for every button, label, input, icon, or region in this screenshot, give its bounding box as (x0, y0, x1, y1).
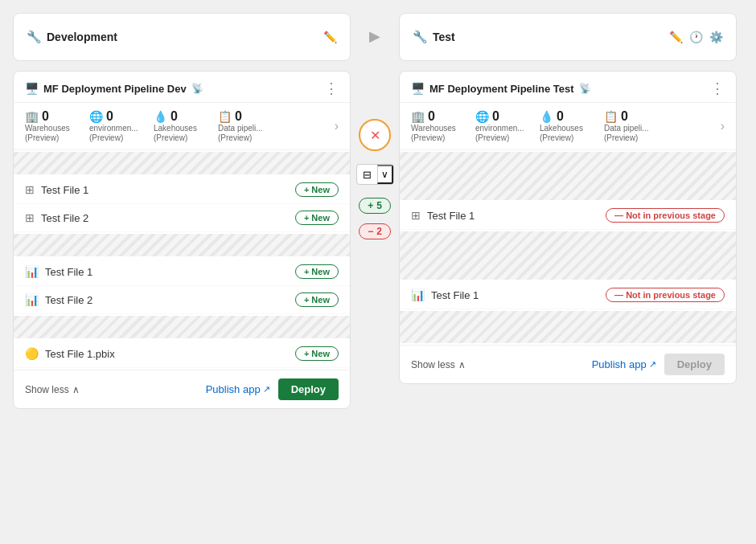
dev-pbix-row: 🟡 Test File 1.pbix + New (14, 340, 350, 368)
dev-deploy-button[interactable]: Deploy (278, 378, 339, 400)
test-file-1-badge: — Not in previous stage (606, 208, 725, 223)
dev-file-row-1: ⊞ Test File 1 + New (14, 176, 350, 204)
dev-stats-row: 🏢 0 Warehouses(Preview) 🌐 0 environmen..… (14, 103, 350, 150)
view-toggle: ⊟ ∨ (356, 164, 394, 185)
test-pipeline-panel: 🖥️ MF Deployment Pipeline Test 📡 ⋮ 🏢 0 W… (399, 71, 737, 384)
dev-report-1-badge: + New (295, 264, 339, 279)
test-panel-menu-icon[interactable]: ⋮ (710, 81, 725, 96)
dev-show-less[interactable]: Show less ∧ (25, 384, 80, 395)
dev-file-1-badge: + New (295, 182, 339, 197)
dev-file-2-info: ⊞ Test File 2 (25, 211, 88, 224)
dev-pbix-name: Test File 1.pbix (45, 348, 115, 360)
test-section-divider-3 (400, 311, 736, 343)
test-file-1-name: Test File 1 (427, 210, 475, 222)
arrow-dev-to-test: ▶ (351, 13, 399, 45)
dev-report-1-info: 📊 Test File 1 (25, 265, 92, 278)
test-show-less-label: Show less (411, 359, 455, 370)
test-stat-lakehouse: 💧 0 Lakehouses(Preview) (540, 109, 604, 143)
test-env-icon: 🌐 (475, 110, 489, 123)
dev-panel-network-icon: 📡 (191, 83, 203, 94)
test-panel-title: MF Deployment Pipeline Test (429, 83, 574, 95)
env-icon: 🌐 (89, 110, 103, 123)
dev-panel-header: 🖥️ MF Deployment Pipeline Dev 📡 ⋮ (14, 72, 350, 103)
test-publish-link[interactable]: Publish app ↗ (592, 358, 656, 370)
test-stats-arrow[interactable]: › (721, 119, 725, 133)
test-env-card: 🔧 Test ✏️ 🕐 ⚙️ (399, 13, 737, 61)
plus-icon: + (368, 200, 373, 211)
test-stat-warehouses-label: Warehouses(Preview) (411, 124, 456, 143)
test-footer-actions: Publish app ↗ Deploy (592, 354, 725, 375)
test-history-icon[interactable]: 🕐 (689, 31, 703, 43)
dev-stat-pipeline-label: Data pipeli...(Preview) (218, 124, 263, 143)
sync-circle-icon[interactable]: ✕ (359, 119, 391, 151)
view-chevron-btn[interactable]: ∨ (377, 165, 393, 184)
dev-panel-icon: 🖥️ (25, 82, 39, 95)
test-warehouse-icon: 🏢 (411, 110, 425, 123)
test-show-less[interactable]: Show less ∧ (411, 359, 466, 370)
test-panel-icon: 🖥️ (411, 82, 425, 95)
test-stat-env-count: 0 (492, 109, 499, 124)
test-report-icon-1: 📊 (411, 288, 425, 301)
test-env-label: Test (433, 31, 455, 43)
dev-stat-warehouses-count: 0 (42, 109, 49, 124)
test-pipeline-icon: 📋 (604, 110, 618, 123)
test-publish-label: Publish app (592, 358, 647, 370)
test-report-1-info: 📊 Test File 1 (411, 288, 479, 301)
dev-panel-title-group: 🖥️ MF Deployment Pipeline Dev 📡 (25, 82, 203, 95)
dev-stats-arrow[interactable]: › (335, 119, 339, 133)
added-count: 5 (376, 200, 382, 211)
report-icon-1: 📊 (25, 265, 39, 278)
dev-publish-label: Publish app (206, 383, 261, 395)
dev-env-label: Development (47, 31, 117, 43)
dev-edit-icon[interactable]: ✏️ (323, 31, 337, 43)
dev-file-1-name: Test File 1 (41, 184, 88, 196)
test-show-less-chevron: ∧ (458, 359, 466, 370)
test-lakehouse-icon: 💧 (540, 110, 553, 123)
test-section-divider-1 (400, 152, 736, 200)
test-env-icon: 🔧 (413, 30, 428, 44)
top-env-row: 🔧 Development ✏️ ▶ 🔧 Test ✏️ 🕐 ⚙️ (13, 13, 743, 61)
dev-section-divider-3 (14, 316, 350, 338)
dev-report-1-name: Test File 1 (45, 266, 92, 278)
test-report-1-badge: — Not in previous stage (606, 288, 725, 302)
test-panel-network-icon: 📡 (579, 83, 591, 94)
dev-panel-title: MF Deployment Pipeline Dev (43, 83, 187, 95)
dev-section-divider-1 (14, 152, 350, 174)
lakehouse-icon: 💧 (154, 110, 167, 123)
dev-stat-env-label: environmen...(Preview) (89, 124, 138, 143)
test-report-row-1: 📊 Test File 1 — Not in previous stage (400, 281, 736, 309)
test-stat-env-label: environmen...(Preview) (475, 124, 524, 143)
test-stat-lakehouse-label: Lakehouses(Preview) (540, 124, 583, 143)
removed-count-badge[interactable]: − 2 (359, 223, 391, 239)
dev-show-less-label: Show less (25, 384, 69, 395)
test-panel-header: 🖥️ MF Deployment Pipeline Test 📡 ⋮ (400, 72, 736, 103)
dev-stat-env: 🌐 0 environmen...(Preview) (89, 109, 154, 143)
dev-report-row-2: 📊 Test File 2 + New (14, 286, 350, 314)
dev-pbix-info: 🟡 Test File 1.pbix (25, 347, 115, 360)
sync-x-icon: ✕ (370, 128, 380, 143)
dev-pbix-badge: + New (295, 346, 339, 361)
dev-publish-ext-icon: ↗ (263, 384, 270, 395)
dev-file-2-name: Test File 2 (41, 212, 88, 224)
dev-panel-menu-icon[interactable]: ⋮ (324, 81, 339, 96)
test-publish-ext-icon: ↗ (649, 359, 656, 370)
dev-show-less-chevron: ∧ (72, 384, 80, 395)
warehouse-icon: 🏢 (25, 110, 39, 123)
dev-publish-link[interactable]: Publish app ↗ (206, 383, 270, 395)
dev-stat-lakehouse: 💧 0 Lakehouses(Preview) (154, 109, 218, 143)
dev-file-2-badge: + New (295, 211, 339, 225)
test-edit-icon[interactable]: ✏️ (669, 31, 683, 43)
test-file-1-info: ⊞ Test File 1 (411, 209, 475, 222)
dev-stat-lakehouse-label: Lakehouses(Preview) (154, 124, 197, 143)
dev-stat-pipeline: 📋 0 Data pipeli...(Preview) (218, 109, 282, 143)
dev-stat-warehouses: 🏢 0 Warehouses(Preview) (25, 109, 89, 143)
test-env-title: 🔧 Test (413, 30, 455, 44)
test-report-1-name: Test File 1 (431, 289, 479, 301)
dev-file-row-2: ⊞ Test File 2 + New (14, 204, 350, 232)
dev-pipeline-panel: 🖥️ MF Deployment Pipeline Dev 📡 ⋮ 🏢 0 Wa… (13, 71, 351, 409)
dev-footer-actions: Publish app ↗ Deploy (206, 378, 339, 400)
dev-report-2-info: 📊 Test File 2 (25, 293, 92, 306)
added-count-badge[interactable]: + 5 (359, 198, 391, 214)
test-settings-icon[interactable]: ⚙️ (709, 31, 723, 43)
view-grid-btn[interactable]: ⊟ (357, 166, 377, 183)
